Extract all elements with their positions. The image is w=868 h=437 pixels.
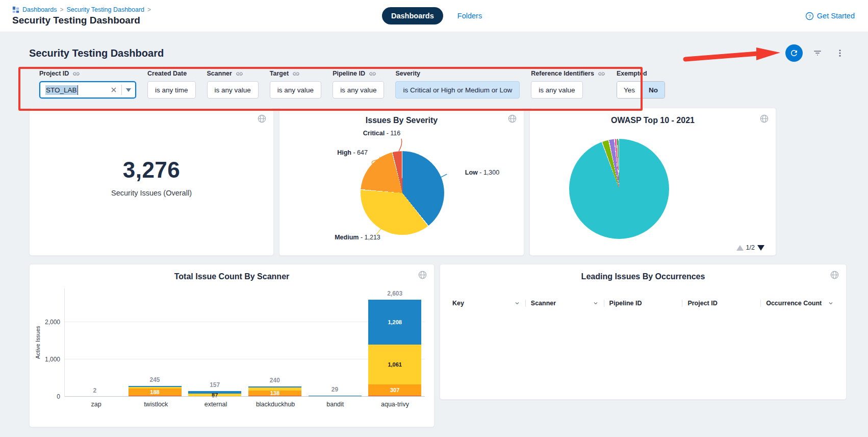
globe-icon [257,114,267,124]
occurrences-table-header: KeyScannerPipeline IDProject IDOccurrenc… [447,295,839,312]
filter-created-date-label: Created Date [147,70,187,77]
link-icon [292,70,300,78]
sort-caret-icon [514,300,520,306]
page-title: Security Testing Dashboard [29,47,164,59]
page-down-icon[interactable] [757,245,764,251]
globe-button[interactable] [758,113,770,125]
scanner-filter-button[interactable]: is any value [207,81,259,99]
bar-column-zap[interactable]: 2 [65,288,125,397]
scanner-bar-title: Total Issue Count By Scanner [30,272,434,281]
link-icon [236,70,243,78]
bar-category-label: external [186,401,245,408]
link-icon [72,70,80,78]
filter-list-button[interactable] [810,45,825,61]
pie-label-high: High - 647 [322,149,383,156]
bar-category-label: blackduckhub [246,401,305,408]
bar-segment-low[interactable]: 1,208 [368,300,421,345]
exempted-yes-option[interactable]: Yes [617,82,642,98]
column-header-label: Occurrence Count [766,300,822,307]
column-header-pipeline-id[interactable]: Pipeline ID [604,300,682,307]
globe-button[interactable] [829,269,840,281]
created-date-filter-button[interactable]: is any time [147,81,196,99]
get-started-link[interactable]: ? Get Started [805,12,855,20]
bar-segment-high[interactable]: 188 [129,389,182,396]
screen: Dashboards > Security Testing Dashboard … [0,0,868,437]
column-header-scanner[interactable]: Scanner [525,300,604,307]
filter-pipeline-id-label: Pipeline ID [333,70,365,77]
breadcrumb-dashboards[interactable]: Dashboards [22,6,57,13]
filter-severity-label: Severity [395,70,420,77]
bar-segment-medium[interactable]: 1,061 [368,345,421,384]
top-header: Dashboards > Security Testing Dashboard … [0,0,868,32]
occurrences-table-title: Leading Issues By Occurrences [440,272,846,281]
dashboard-header-row: Security Testing Dashboard [29,43,848,63]
bar-column-aqua-trivy[interactable]: 2,6031,2081,061307 [365,288,425,397]
exempted-no-option[interactable]: No [642,82,665,98]
globe-button[interactable] [417,269,428,281]
header-tabs: Dashboards Folders [382,0,482,32]
reference-identifiers-filter-button[interactable]: is any value [531,81,582,99]
filter-created-date-label-row: Created Date [147,69,196,78]
card-issues-by-severity: Issues By Severity Critical - 116 High -… [279,108,524,256]
x-axis-categories: zaptwistlockexternalblackduckhubbanditaq… [66,401,425,408]
owasp-pie-title: OWASP Top 10 - 2021 [530,116,776,125]
more-options-button[interactable] [832,45,848,61]
bar-segment-value-label: 138 [248,390,301,396]
column-header-label: Scanner [531,300,556,307]
bar-category-label: bandit [305,401,365,408]
x-axis-line [65,396,425,397]
filter-target: Target is any value [270,69,321,99]
plot-area: 224518815787240138292,6031,2081,061307 [64,288,425,397]
bar-total-label: 29 [305,386,365,393]
pie-label-low: Low - 1,300 [448,169,517,176]
severity-filter-button[interactable]: is Critical or High or Medium or Low [395,81,520,99]
clear-icon[interactable] [110,86,117,93]
y-axis-label: Active Issues [35,312,41,373]
bar-column-bandit[interactable]: 29 [305,288,365,397]
globe-button[interactable] [506,113,518,125]
bar-segment-high[interactable]: 138 [248,391,301,396]
overall-count-value: 3,276 [123,157,181,183]
filter-project-id: Project ID STO_LAB [39,69,136,99]
kebab-menu-icon [835,48,845,58]
column-header-project-id[interactable]: Project ID [682,300,760,307]
breadcrumb-security-testing-dashboard[interactable]: Security Testing Dashboard [66,6,144,13]
filter-reference-identifiers-label: Reference Identifiers [531,70,594,77]
globe-icon [830,270,839,280]
bar-category-label: aqua-trivy [365,401,425,408]
bar-segment-value-label: 307 [368,387,421,393]
card-owasp-top10: OWASP Top 10 - 2021 1/2 [529,108,776,256]
column-header-occurrence-count[interactable]: Occurrence Count [760,300,839,307]
issues-by-severity-pie[interactable] [361,151,444,235]
owasp-top10-pie[interactable] [569,139,669,239]
y-tick: 2,000 [45,319,60,326]
bar-segment-value-label: 1,061 [368,361,421,367]
breadcrumb-separator-icon: > [147,6,151,13]
y-tick: 1,000 [45,356,60,363]
link-icon [369,70,376,78]
bar-total-label: 157 [185,381,245,389]
column-header-key[interactable]: Key [447,300,525,307]
bar-total-label: 240 [245,377,305,384]
bar-segment-high[interactable]: 307 [368,384,421,396]
column-header-label: Pipeline ID [609,300,642,307]
filter-severity: Severity is Critical or High or Medium o… [395,69,520,99]
page-up-icon[interactable] [736,245,744,251]
refresh-button[interactable] [785,44,803,62]
bar-segment-value-label: 188 [129,390,182,395]
target-filter-button[interactable]: is any value [270,81,321,99]
bar-column-twistlock[interactable]: 245188 [125,288,185,397]
scanner-bar-chart: Active Issues 0 1,000 2,000 224518815787… [35,288,425,397]
card-leading-issues-by-occurrences: Leading Issues By Occurrences KeyScanner… [440,264,847,400]
bar-total-label: 245 [125,376,185,383]
tab-folders[interactable]: Folders [457,12,482,20]
bar-column-external[interactable]: 15787 [185,288,245,397]
pie-label-critical: Critical - 116 [345,130,419,137]
project-id-combobox[interactable]: STO_LAB [39,81,136,99]
bar-column-blackduckhub[interactable]: 240138 [245,288,305,397]
globe-button[interactable] [256,113,268,125]
filter-scanner: Scanner is any value [207,69,259,99]
tab-dashboards[interactable]: Dashboards [382,7,443,25]
chevron-down-icon[interactable] [126,88,131,92]
pipeline-id-filter-button[interactable]: is any value [333,81,384,99]
